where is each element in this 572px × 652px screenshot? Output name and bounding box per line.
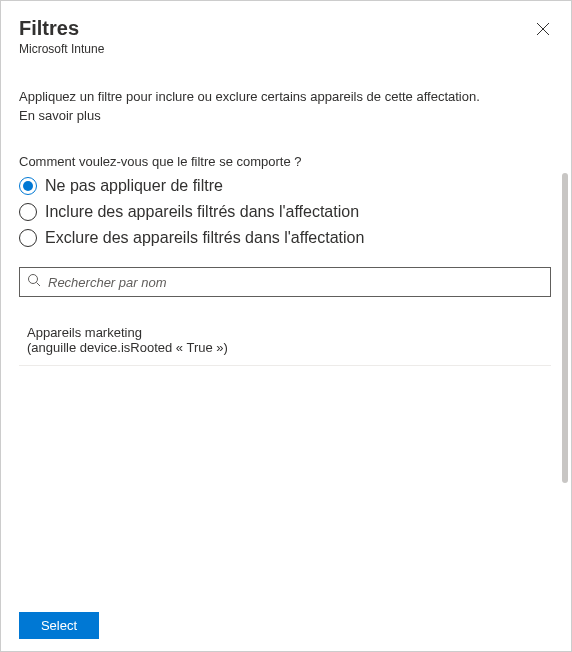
panel-content: Appliquez un filtre pour inclure ou excl… (1, 64, 571, 366)
filter-item-rule: (anguille device.isRooted « True ») (27, 340, 543, 355)
radio-icon (19, 203, 37, 221)
close-icon (536, 22, 550, 36)
search-wrapper (19, 267, 551, 297)
radio-option-no-filter[interactable]: Ne pas appliquer de filtre (19, 175, 553, 197)
close-button[interactable] (533, 19, 553, 39)
filter-list-item[interactable]: Appareils marketing (anguille device.isR… (19, 325, 551, 366)
radio-icon (19, 177, 37, 195)
radio-label: Inclure des appareils filtrés dans l'aff… (45, 203, 359, 221)
description-text: Appliquez un filtre pour inclure ou excl… (19, 88, 553, 106)
radio-dot-icon (23, 181, 33, 191)
radio-option-include[interactable]: Inclure des appareils filtrés dans l'aff… (19, 201, 553, 223)
select-button[interactable]: Select (19, 612, 99, 639)
svg-point-2 (29, 275, 38, 284)
panel-subtitle: Microsoft Intune (19, 42, 553, 56)
radio-option-exclude[interactable]: Exclure des appareils filtrés dans l'aff… (19, 227, 553, 249)
radio-label: Exclure des appareils filtrés dans l'aff… (45, 229, 364, 247)
svg-line-3 (37, 283, 41, 287)
panel-title: Filtres (19, 17, 553, 40)
learn-more-link[interactable]: En savoir plus (19, 108, 101, 123)
panel-footer: Select (1, 600, 571, 651)
panel-header: Filtres Microsoft Intune (1, 1, 571, 64)
radio-label: Ne pas appliquer de filtre (45, 177, 223, 195)
scrollbar-thumb[interactable] (562, 173, 568, 483)
radio-icon (19, 229, 37, 247)
radio-group: Ne pas appliquer de filtre Inclure des a… (19, 175, 553, 249)
filter-item-name: Appareils marketing (27, 325, 543, 340)
behavior-question: Comment voulez-vous que le filtre se com… (19, 154, 553, 169)
search-icon (27, 273, 41, 291)
search-input[interactable] (19, 267, 551, 297)
